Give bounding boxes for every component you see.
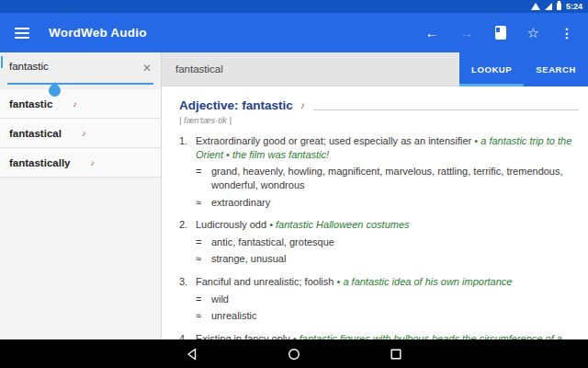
- synonym-row: ≈ strange, unusual: [196, 252, 579, 266]
- app-bar: WordWeb Audio ← → ☆ ⋮: [0, 13, 588, 52]
- audio-note-icon[interactable]: ♪: [90, 158, 95, 167]
- list-item-fantastic[interactable]: fantastic ♪: [0, 89, 161, 119]
- synonym-row: ≈ unrealistic: [196, 309, 579, 323]
- bullet: •: [269, 219, 273, 230]
- tab-bar: LOOKUP SEARCH: [459, 52, 588, 86]
- back-arrow-icon[interactable]: ←: [425, 26, 439, 40]
- example: fantastic Halloween costumes: [276, 219, 410, 230]
- definition-panel: fantastical LOOKUP SEARCH Adjective: fan…: [162, 52, 588, 339]
- cell-signal-icon: [545, 3, 552, 10]
- example: a fantastic idea of his own importance: [343, 276, 512, 287]
- android-nav-bar: [0, 339, 588, 368]
- wifi-icon: [531, 3, 540, 10]
- sense-3: 3. Fanciful and unrealistic; foolish • a…: [179, 275, 579, 323]
- status-bar: 5:24: [0, 0, 588, 13]
- sense-number: 1.: [179, 134, 196, 161]
- tab-lookup[interactable]: LOOKUP: [459, 52, 524, 86]
- word-list-panel: fantastic ✕ fantastic ♪ fantastical ♪ fa…: [0, 52, 162, 339]
- sense-1: 1. Extraordinarily good or great; used e…: [179, 134, 579, 209]
- suggestion-word: fantastically: [9, 157, 70, 168]
- tab-search[interactable]: SEARCH: [524, 52, 588, 86]
- entry-header: Adjective: fantastic ♪: [179, 98, 579, 112]
- search-underline: [7, 83, 153, 85]
- sense-text: Ludicrously odd • fantastic Halloween co…: [196, 218, 410, 232]
- suggestion-word: fantastic: [9, 98, 52, 109]
- app-bar-actions: ← → ☆ ⋮: [425, 26, 573, 40]
- menu-icon[interactable]: [15, 28, 29, 39]
- status-time: 5:24: [566, 3, 582, 11]
- book-icon[interactable]: [495, 26, 506, 40]
- sense-number: 3.: [179, 275, 196, 289]
- entry-content: Adjective: fantastic ♪ | fæn'tæs·tik | 1…: [162, 86, 588, 339]
- list-item-fantastical[interactable]: fantastical ♪: [0, 119, 161, 148]
- wordweb-audio-app: 5:24 WordWeb Audio ← → ☆ ⋮ fantastic ✕ f…: [0, 0, 588, 368]
- synonym-row: ≈ extraordinary: [196, 196, 579, 210]
- search-input-value: fantastic: [9, 61, 49, 72]
- text-cursor: [1, 56, 3, 68]
- nav-home-icon[interactable]: [288, 347, 301, 361]
- nav-recents-icon[interactable]: [390, 347, 403, 361]
- sense-number: 2.: [179, 218, 196, 232]
- synonym-row: = grand, heavenly, howling, magnificent,…: [196, 165, 579, 191]
- nav-back-icon[interactable]: [186, 347, 199, 361]
- sense-text: Extraordinarily good or great; used espe…: [196, 134, 579, 161]
- synonym-row: = antic, fantastical, grotesque: [196, 236, 579, 249]
- app-title: WordWeb Audio: [49, 26, 147, 40]
- example: the film was fantastic!: [232, 149, 329, 160]
- overflow-menu-icon[interactable]: ⋮: [560, 27, 573, 40]
- main-area: fantastic ✕ fantastic ♪ fantastical ♪ fa…: [0, 52, 588, 339]
- bullet: •: [226, 149, 230, 160]
- sense-text: Existing in fancy only • fantastic figur…: [196, 332, 579, 339]
- heading-rule: [313, 109, 579, 110]
- audio-note-icon[interactable]: ♪: [300, 100, 305, 110]
- forward-arrow-icon[interactable]: →: [460, 26, 474, 40]
- list-item-fantastically[interactable]: fantastically ♪: [0, 148, 161, 178]
- entry-heading: Adjective: fantastic: [179, 98, 293, 112]
- bullet: •: [293, 333, 297, 339]
- sense-text: Fanciful and unrealistic; foolish • a fa…: [196, 275, 512, 289]
- search-input[interactable]: fantastic ✕: [0, 52, 161, 89]
- star-icon[interactable]: ☆: [527, 26, 539, 40]
- synonym-row: = wild: [196, 293, 579, 306]
- clear-search-icon[interactable]: ✕: [142, 63, 152, 74]
- sense-number: 4.: [179, 332, 196, 339]
- sense-2: 2. Ludicrously odd • fantastic Halloween…: [179, 218, 579, 266]
- lookup-bar: fantastical LOOKUP SEARCH: [162, 52, 588, 86]
- bullet: •: [336, 276, 340, 287]
- pronunciation: | fæn'tæs·tik |: [179, 115, 579, 125]
- audio-note-icon[interactable]: ♪: [73, 99, 77, 109]
- current-word: fantastical: [175, 63, 223, 75]
- sense-4: 4. Existing in fancy only • fantastic fi…: [179, 332, 579, 339]
- suggestion-word: fantastical: [9, 128, 62, 139]
- battery-icon: [557, 3, 561, 10]
- audio-note-icon[interactable]: ♪: [82, 129, 86, 138]
- bullet: •: [474, 135, 478, 146]
